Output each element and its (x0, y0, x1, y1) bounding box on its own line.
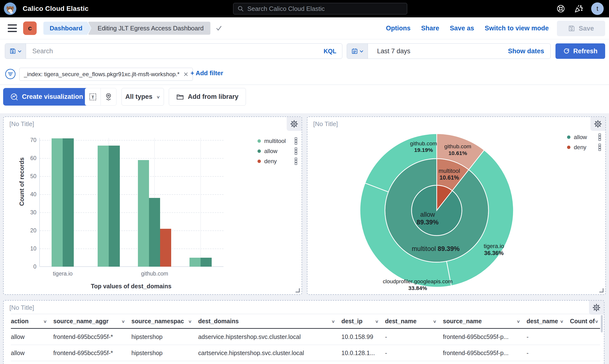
table-column-header[interactable]: source_name_aggr (53, 314, 131, 328)
legend-actions-button[interactable] (598, 133, 601, 141)
table-cell: - (527, 345, 570, 361)
switch-view-mode-button[interactable]: Switch to view mode (485, 25, 549, 32)
bar-allow[interactable] (63, 138, 74, 267)
table-row[interactable]: allowfrontend-695bcc595f-*hipstershopcar… (11, 345, 600, 361)
kql-search-input[interactable] (26, 44, 324, 59)
table-column-header[interactable]: source_name (443, 314, 527, 328)
chevron-down-icon (560, 318, 564, 325)
save-button[interactable]: Save (557, 21, 605, 36)
legend-actions-button[interactable] (294, 147, 298, 155)
global-search-input[interactable] (247, 5, 403, 13)
panel-resize-handle[interactable] (599, 288, 603, 292)
saved-query-menu-button[interactable] (5, 44, 26, 59)
gear-icon (592, 303, 601, 312)
table-cell: - (527, 329, 570, 345)
legend-actions-button[interactable] (598, 143, 601, 151)
table-column-header[interactable]: dest_name (527, 314, 570, 328)
share-button[interactable]: Share (421, 25, 439, 32)
kql-language-button[interactable]: KQL (324, 48, 336, 55)
add-from-library-button[interactable]: Add from library (169, 88, 246, 105)
sunburst-label: tigera.io36.36% (484, 243, 504, 256)
table-column-header[interactable]: dest_ip (341, 314, 385, 328)
bar-allow[interactable] (149, 198, 160, 267)
space-badge[interactable]: c (23, 21, 37, 35)
bar-multitool[interactable] (138, 160, 149, 267)
legend-actions-icon (598, 143, 601, 151)
table-row[interactable]: allowfrontend-695bcc595f-*hipstershopads… (11, 329, 600, 345)
breadcrumb: Dashboard Editing JLT Egress Access Dash… (43, 22, 222, 35)
show-dates-button[interactable]: Show dates (508, 48, 544, 55)
bar-allow[interactable] (201, 258, 212, 267)
sunburst-legend: allow deny (567, 134, 601, 150)
folder-icon (176, 93, 184, 101)
legend-actions-button[interactable] (294, 157, 298, 165)
save-icon (568, 25, 575, 32)
legend-dot (567, 135, 570, 139)
breadcrumb-dashboard[interactable]: Dashboard (43, 22, 91, 35)
table-cell: frontend-695bcc595f-* (53, 329, 131, 345)
date-quick-menu-button[interactable] (347, 44, 368, 59)
table-column-header[interactable]: dest_name (385, 314, 443, 328)
y-tick-label: 0 (25, 263, 36, 270)
all-types-dropdown[interactable]: All types (121, 88, 164, 105)
add-map-button[interactable] (101, 88, 116, 105)
y-axis-title: Count of records (18, 141, 25, 223)
table-column-header[interactable]: source_namespac (131, 314, 198, 328)
help-icon[interactable] (556, 4, 566, 13)
table-column-header[interactable]: action (11, 314, 53, 328)
sunburst-label: multitool10.61% (439, 168, 460, 181)
column-label: Count of (570, 318, 595, 325)
bar-allow[interactable] (109, 146, 120, 267)
newsfeed-icon[interactable] (573, 4, 583, 14)
table-cell: frontend-695bcc595f-p... (443, 329, 527, 345)
legend-item[interactable]: allow (258, 148, 298, 154)
panel-settings-button[interactable] (589, 301, 604, 315)
column-label: source_name (443, 318, 482, 325)
user-avatar[interactable]: t (591, 2, 604, 15)
legend-actions-icon (598, 133, 601, 141)
calico-logo[interactable] (4, 2, 16, 15)
bar-deny[interactable] (160, 229, 171, 267)
query-row: KQL Last 7 days Show dates Refresh (0, 39, 609, 63)
column-label: action (11, 318, 29, 325)
table-column-header[interactable]: Count of (570, 314, 600, 328)
legend-actions-icon (294, 147, 298, 155)
bar-multitool[interactable] (52, 138, 63, 267)
add-text-button[interactable]: T (85, 88, 101, 105)
sunburst-chart: allow89.39%multitool10.61%multitool 89.3… (307, 117, 605, 294)
menu-icon[interactable] (8, 24, 17, 32)
refresh-button[interactable]: Refresh (556, 43, 605, 59)
bar-multitool[interactable] (98, 146, 109, 267)
panel-settings-button[interactable] (287, 117, 302, 131)
legend-item[interactable]: allow (567, 134, 601, 140)
legend-item[interactable]: deny (258, 158, 298, 164)
table-column-header[interactable]: dest_domains (198, 314, 341, 328)
column-label: source_name_aggr (53, 318, 108, 325)
column-label: dest_domains (198, 318, 239, 325)
table-scrollbar[interactable] (601, 315, 603, 332)
close-icon[interactable] (183, 72, 188, 77)
filter-options-icon[interactable] (5, 68, 16, 79)
legend-label: allow (574, 134, 598, 141)
bar-multitool[interactable] (190, 258, 201, 267)
text-box-icon: T (89, 93, 97, 101)
legend-actions-button[interactable] (294, 137, 298, 145)
save-as-button[interactable]: Save as (450, 25, 474, 32)
table-cell: frontend-695bcc595f-p... (443, 345, 527, 361)
options-button[interactable]: Options (386, 25, 411, 32)
legend-actions-icon (294, 137, 298, 145)
panel-title: [No Title] (9, 304, 34, 312)
legend-item[interactable]: deny (567, 144, 601, 150)
filter-row: _index: tigera_secure_ee_flows.pkgr91xc.… (0, 63, 609, 85)
legend-item[interactable]: multitool (258, 138, 298, 144)
breadcrumb-current[interactable]: Editing JLT Egress Access Dashboard (88, 22, 210, 35)
filter-pill[interactable]: _index: tigera_secure_ee_flows.pkgr91xc.… (19, 68, 193, 81)
add-filter-button[interactable]: + Add filter (191, 69, 223, 77)
column-label: dest_ip (341, 318, 363, 325)
time-range-value[interactable]: Last 7 days (368, 48, 410, 55)
table-panel: [No Title] actionsource_name_aggrsource_… (3, 300, 604, 364)
table-cell: adservice.hipstershop.svc.cluster.local (198, 329, 341, 345)
create-visualization-button[interactable]: Create visualization (3, 88, 91, 105)
panel-resize-handle[interactable] (296, 288, 300, 292)
global-search[interactable] (233, 3, 407, 14)
